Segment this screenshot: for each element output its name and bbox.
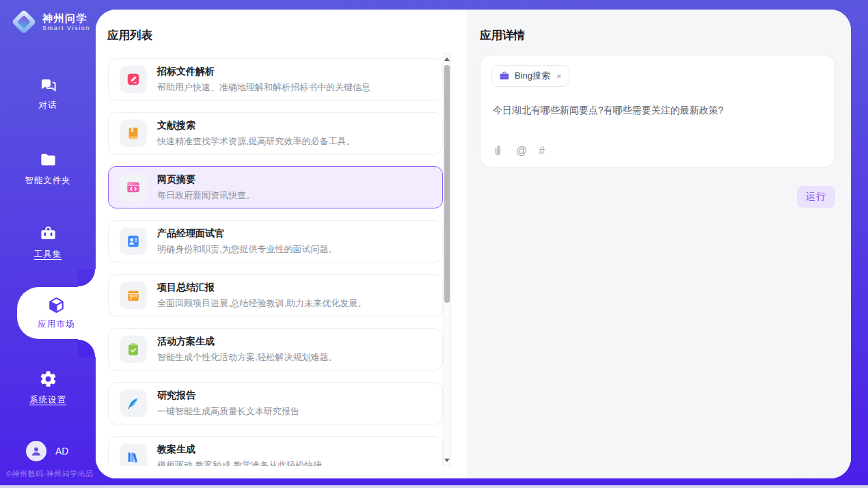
- scrollbar[interactable]: [443, 53, 451, 466]
- sidebar-item-1[interactable]: 对话: [0, 75, 96, 111]
- pen-square-icon: [126, 72, 141, 87]
- tool-tag[interactable]: Bing搜索 ×: [491, 65, 569, 87]
- close-icon[interactable]: ×: [555, 71, 562, 81]
- cube-icon: [47, 296, 66, 314]
- scroll-thumb[interactable]: [444, 65, 450, 303]
- run-button[interactable]: 运行: [797, 186, 835, 208]
- app-item-description: 快速精准查找学术资源,提高研究效率的必备工具。: [157, 135, 355, 148]
- gear-icon: [39, 370, 57, 388]
- sidebar-item-label: 应用市场: [38, 318, 75, 330]
- briefcase-icon: [499, 70, 510, 81]
- app-detail-panel: 应用详情 Bing搜索 × 今日湖北有哪些新闻要点?有哪些需要关注的最新政策? …: [467, 10, 851, 478]
- app-list-title: 应用列表: [107, 28, 152, 43]
- app-icon-tile: [120, 444, 147, 466]
- app-item-description: 全面回顾项目进展,总结经验教训,助力未来优化发展。: [157, 297, 366, 310]
- app-list-item[interactable]: 项目总结汇报全面回顾项目进展,总结经验教训,助力未来优化发展。: [108, 274, 443, 316]
- app-item-description: 帮助用户快速、准确地理解和解析招标书中的关键信息: [157, 81, 370, 94]
- hash-icon[interactable]: #: [539, 144, 545, 157]
- calendar-icon: [126, 288, 141, 303]
- folder-icon: [39, 150, 57, 169]
- sidebar-nav: 对话智能文件夹工具集应用市场系统设置: [0, 0, 96, 488]
- app-list-item[interactable]: 产品经理面试官明确身份和职责,为您提供专业性的面试问题。: [108, 220, 443, 262]
- composer-toolbar: @#: [491, 144, 545, 157]
- app-icon-tile: [120, 228, 147, 255]
- app-item-description: 每日政府新闻资讯快查。: [157, 189, 255, 202]
- main-content: 应用列表 招标文件解析帮助用户快速、准确地理解和解析招标书中的关键信息文献搜索快…: [96, 10, 851, 478]
- sidebar-item-5[interactable]: 系统设置: [0, 370, 96, 406]
- browser-code-icon: [126, 180, 141, 195]
- sidebar: 神州问学 Smart Vision 对话智能文件夹工具集应用市场系统设置 AD …: [0, 0, 96, 488]
- app-item-title: 招标文件解析: [157, 66, 370, 78]
- person-icon: [30, 445, 42, 457]
- app-item-title: 文献搜索: [157, 120, 355, 132]
- app-item-title: 项目总结汇报: [157, 282, 366, 294]
- scroll-down-icon: [444, 459, 450, 462]
- copyright-footer: ©神州数码·神州问学出品: [6, 469, 94, 479]
- paperclip-icon[interactable]: [491, 144, 504, 157]
- app-icon-tile: [120, 120, 147, 147]
- sidebar-item-label: 智能文件夹: [25, 175, 71, 187]
- avatar[interactable]: [26, 441, 46, 461]
- app-item-description: 模板驱动,教案秒成,教学准备从此轻松快捷: [157, 459, 322, 467]
- app-item-title: 网页摘要: [157, 174, 255, 186]
- app-list-panel: 应用列表 招标文件解析帮助用户快速、准确地理解和解析招标书中的关键信息文献搜索快…: [96, 10, 467, 478]
- app-item-title: 教案生成: [157, 444, 322, 456]
- app-detail-title: 应用详情: [480, 28, 525, 43]
- toolbox-icon: [39, 224, 57, 243]
- app-item-title: 研究报告: [157, 390, 299, 402]
- app-list-item[interactable]: 文献搜索快速精准查找学术资源,提高研究效率的必备工具。: [108, 112, 443, 154]
- app-list-item[interactable]: 教案生成模板驱动,教案秒成,教学准备从此轻松快捷: [108, 436, 443, 466]
- bottom-edge-strip: [0, 485, 868, 488]
- app-item-title: 产品经理面试官: [157, 228, 338, 240]
- book-icon: [126, 126, 141, 141]
- app-item-title: 活动方案生成: [157, 336, 338, 348]
- scroll-down-button[interactable]: [444, 456, 450, 465]
- chat-icon: [39, 75, 57, 94]
- app-list-item[interactable]: 活动方案生成智能生成个性化活动方案,轻松解决规划难题。: [108, 328, 443, 370]
- sidebar-item-label: 系统设置: [29, 394, 66, 406]
- app-icon-tile: [120, 66, 147, 93]
- at-icon[interactable]: @: [516, 144, 527, 157]
- app-item-description: 明确身份和职责,为您提供专业性的面试问题。: [157, 243, 338, 256]
- scroll-up-icon: [444, 57, 450, 61]
- app-item-description: 一键智能生成高质量长文本研究报告: [157, 405, 299, 418]
- app-icon-tile: [120, 282, 147, 309]
- app-icon-tile: [120, 390, 147, 417]
- app-item-description: 智能生成个性化活动方案,轻松解决规划难题。: [157, 351, 338, 364]
- app-icon-tile: [120, 174, 147, 201]
- pill-corner-top: [78, 269, 96, 287]
- composer-card: Bing搜索 × 今日湖北有哪些新闻要点?有哪些需要关注的最新政策? @#: [480, 55, 835, 167]
- sidebar-item-3[interactable]: 工具集: [0, 224, 96, 260]
- interviewer-icon: [126, 234, 141, 249]
- quill-icon: [126, 396, 141, 411]
- sidebar-item-4[interactable]: 应用市场: [17, 287, 96, 339]
- pill-corner-bottom: [78, 339, 96, 357]
- app-list: 招标文件解析帮助用户快速、准确地理解和解析招标书中的关键信息文献搜索快速精准查找…: [108, 56, 443, 466]
- sidebar-item-label: 工具集: [34, 249, 62, 260]
- scroll-up-button[interactable]: [444, 55, 450, 64]
- clipboard-check-icon: [126, 342, 141, 357]
- books-icon: [126, 450, 141, 465]
- app-list-item[interactable]: 研究报告一键智能生成高质量长文本研究报告: [108, 382, 443, 424]
- app-list-item[interactable]: 招标文件解析帮助用户快速、准确地理解和解析招标书中的关键信息: [108, 58, 443, 100]
- sidebar-item-label: 对话: [39, 100, 57, 111]
- app-list-item[interactable]: 网页摘要每日政府新闻资讯快查。: [108, 166, 443, 208]
- user-name: AD: [55, 446, 68, 457]
- app-icon-tile: [120, 336, 147, 363]
- query-input[interactable]: 今日湖北有哪些新闻要点?有哪些需要关注的最新政策?: [493, 103, 822, 118]
- tool-tag-label: Bing搜索: [515, 70, 550, 82]
- user-row[interactable]: AD: [26, 441, 68, 461]
- sidebar-item-2[interactable]: 智能文件夹: [0, 150, 96, 187]
